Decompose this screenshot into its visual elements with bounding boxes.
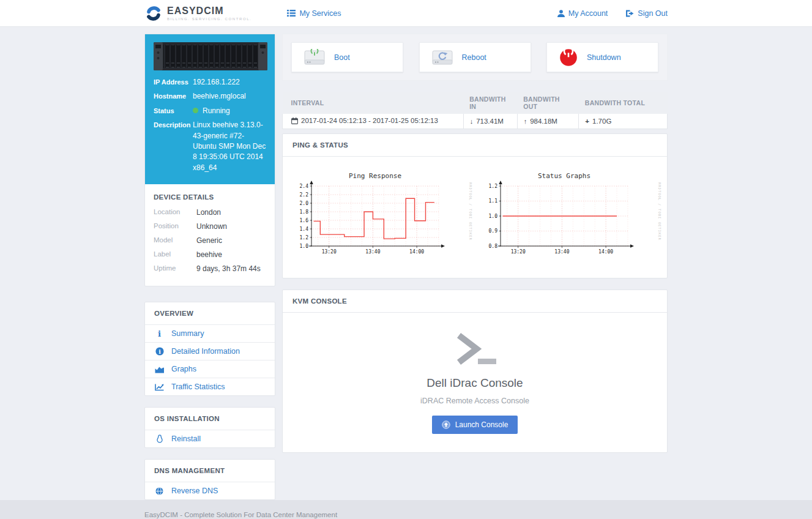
sidebar-item-reinstall[interactable]: Reinstall <box>145 430 275 447</box>
ping-status-panel: PING & STATUS 1.01.21.41.61.82.02.22.413… <box>282 133 668 278</box>
svg-text:13:40: 13:40 <box>554 249 569 255</box>
bandwidth-table: INTERVAL BANDWITH IN BANDWITH OUT BANDWI… <box>282 92 668 129</box>
sidebar-item-detailed-information[interactable]: i Detailed Information <box>145 342 275 360</box>
menu-os-installation: OS INSTALLATION Reinstall <box>144 407 275 448</box>
ping-status-title: PING & STATUS <box>283 134 667 157</box>
calendar-icon <box>291 118 298 124</box>
list-icon <box>287 10 296 17</box>
svg-text:Status Graphs: Status Graphs <box>538 172 590 180</box>
device-details-panel: DEVICE DETAILS Location London Position … <box>145 184 275 286</box>
kvm-console-panel: KVM CONSOLE Dell iDrac Console iDRAC Rem… <box>282 289 668 453</box>
device-row-location: Location London <box>154 208 266 217</box>
info-row-hostname: Hostname beehive.mglocal <box>154 91 266 102</box>
globe-icon <box>154 487 165 495</box>
area-chart-icon <box>154 365 165 373</box>
brand-name: EASYDCIM <box>167 6 251 16</box>
launch-console-button[interactable]: Launch Console <box>432 416 518 434</box>
console-subtitle: iDRAC Remote Access Console <box>283 397 667 405</box>
status-dot-icon <box>193 108 198 113</box>
footer-text: EasyDCIM - Complete Solution For Data Ce… <box>144 511 668 518</box>
nav-my-account[interactable]: My Account <box>557 9 608 18</box>
server-info-card: IP Address 192.168.1.222 Hostname beehiv… <box>144 34 275 286</box>
svg-text:13:40: 13:40 <box>366 249 381 255</box>
info-row-ip: IP Address 192.168.1.222 <box>154 77 266 88</box>
sidebar-item-graphs[interactable]: Graphs <box>145 360 275 378</box>
col-bandwith-in: BANDWITH IN <box>463 92 517 114</box>
launch-console-label: Launch Console <box>455 420 508 429</box>
bandwith-out-value: 984.18M <box>530 118 557 125</box>
status-graphs-chart: 0.80.91.01.11.213:2013:4014:00Status Gra… <box>476 170 663 264</box>
boot-button[interactable]: Boot <box>291 42 403 72</box>
svg-text:13:20: 13:20 <box>510 249 525 255</box>
plus-icon: + <box>585 118 589 125</box>
server-power-icon <box>304 49 325 66</box>
easydcim-logo[interactable]: EASYDCIM BILLING. SERVICING. CONTROL. <box>144 4 251 23</box>
bandwidth-data-row: 2017-01-24 05:12:13 - 2017-01-25 05:12:1… <box>283 114 668 129</box>
nav-my-account-label: My Account <box>568 9 608 18</box>
device-row-model: Model Generic <box>154 236 266 245</box>
nav-my-services[interactable]: My Services <box>287 9 341 18</box>
info-label: IP Address <box>154 77 193 88</box>
col-bandwith-total: BANDWITH TOTAL <box>579 92 668 114</box>
sign-out-icon <box>626 10 634 17</box>
menu-os-installation-title: OS INSTALLATION <box>145 408 275 430</box>
interval-value: 2017-01-24 05:12:13 - 2017-01-25 05:12:1… <box>301 117 438 124</box>
console-name: Dell iDrac Console <box>283 376 667 390</box>
info-label: Hostname <box>154 91 193 102</box>
svg-text:1.4: 1.4 <box>300 226 309 231</box>
linux-icon <box>154 435 165 443</box>
bandwidth-header-row: INTERVAL BANDWITH IN BANDWITH OUT BANDWI… <box>283 92 668 114</box>
footer: EasyDCIM - Complete Solution For Data Ce… <box>0 500 812 519</box>
nav-my-services-label: My Services <box>299 9 341 18</box>
sidebar-item-reverse-dns[interactable]: Reverse DNS <box>145 482 275 499</box>
reboot-label: Reboot <box>462 53 486 62</box>
status-badge: Running <box>193 106 266 116</box>
arrow-down-icon: ↓ <box>470 118 474 125</box>
info-label: Status <box>154 106 193 116</box>
svg-text:1.8: 1.8 <box>300 209 309 214</box>
svg-text:13:20: 13:20 <box>322 249 337 255</box>
terminal-icon <box>449 330 501 368</box>
svg-text:1.2: 1.2 <box>488 183 497 189</box>
device-details-title: DEVICE DETAILS <box>154 193 266 201</box>
kvm-console-title: KVM CONSOLE <box>283 290 667 313</box>
menu-dns-management-title: DNS MANAGEMENT <box>145 460 275 482</box>
col-interval: INTERVAL <box>283 92 464 114</box>
shutdown-button[interactable]: Shutdown <box>546 42 658 72</box>
svg-text:0.9: 0.9 <box>488 228 497 234</box>
power-red-icon <box>559 48 578 67</box>
server-refresh-icon <box>432 49 453 66</box>
power-actions-strip: Boot Reboot <box>282 34 668 81</box>
bandwith-in-value: 713.41M <box>476 118 504 125</box>
sidebar-item-traffic-statistics[interactable]: Traffic Statistics <box>145 378 275 395</box>
user-icon <box>557 10 565 17</box>
arrow-up-icon: ↑ <box>524 118 527 125</box>
svg-text:RRDTOOL / TOBI OETIKER: RRDTOOL / TOBI OETIKER <box>469 182 472 241</box>
brand-tagline: BILLING. SERVICING. CONTROL. <box>167 17 251 21</box>
info-label: Description <box>154 120 193 173</box>
bandwith-total-value: 1.70G <box>592 118 611 125</box>
nav-sign-out[interactable]: Sign Out <box>626 9 668 18</box>
sidebar-item-summary[interactable]: i Summary <box>145 324 275 342</box>
top-navbar: EASYDCIM BILLING. SERVICING. CONTROL. My… <box>0 0 812 27</box>
ip-address-value: 192.168.1.222 <box>193 77 266 88</box>
hostname-value: beehive.mglocal <box>193 91 266 102</box>
menu-overview-title: OVERVIEW <box>145 302 275 324</box>
main-content: Boot Reboot <box>282 34 668 453</box>
info-row-description: Description Linux beehive 3.13.0-43-gene… <box>154 120 266 173</box>
easydcim-logo-icon <box>144 4 163 23</box>
device-row-position: Position Unknown <box>154 222 266 231</box>
device-row-label: Label beehive <box>154 250 266 259</box>
col-bandwith-out: BANDWITH OUT <box>517 92 579 114</box>
info-icon: i <box>154 329 165 338</box>
ping-response-chart: 1.01.21.41.61.82.02.22.413:2013:4014:00P… <box>287 170 474 264</box>
svg-text:1.6: 1.6 <box>300 217 309 223</box>
svg-text:1.2: 1.2 <box>300 234 309 240</box>
nav-sign-out-label: Sign Out <box>638 9 668 18</box>
page: EASYDCIM BILLING. SERVICING. CONTROL. My… <box>0 0 812 519</box>
svg-text:14:00: 14:00 <box>409 249 424 255</box>
svg-text:2.0: 2.0 <box>300 200 309 206</box>
launch-icon <box>442 420 450 429</box>
svg-text:2.4: 2.4 <box>300 183 309 189</box>
reboot-button[interactable]: Reboot <box>419 42 531 72</box>
